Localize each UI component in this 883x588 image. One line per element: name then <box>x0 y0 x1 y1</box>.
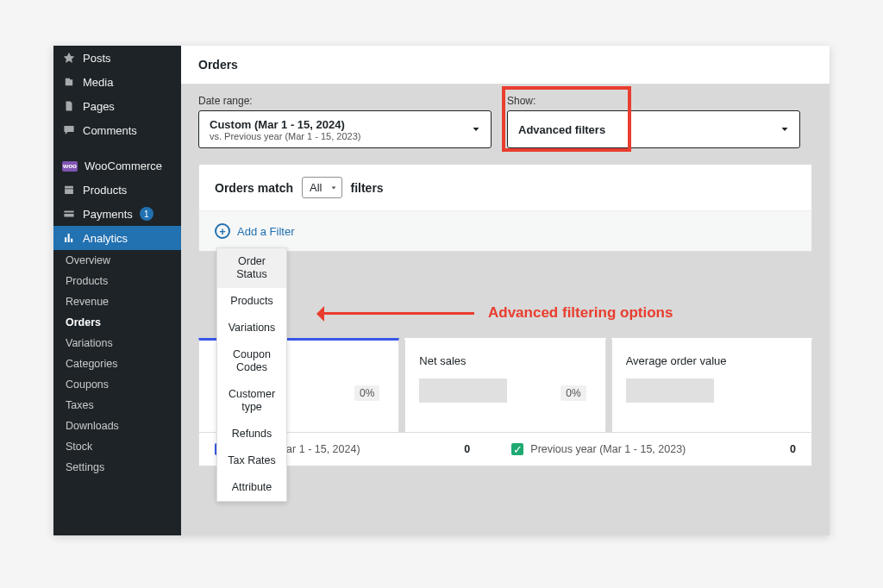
chart-legend: ✓ Custom (Mar 1 - 15, 2024) 0 ✓ Previous… <box>198 433 812 466</box>
match-select[interactable]: All <box>302 177 341 198</box>
sidebar-sub-revenue[interactable]: Revenue <box>53 291 181 312</box>
sidebar-sub-overview[interactable]: Overview <box>53 250 181 271</box>
filter-options-popover: Order Status Products Variations Coupon … <box>216 247 287 502</box>
sidebar-item-label: Analytics <box>83 232 128 245</box>
comment-icon <box>62 123 76 137</box>
sidebar-sub-variations[interactable]: Variations <box>53 333 181 353</box>
show-dropdown[interactable]: Advanced filters <box>507 110 800 148</box>
sidebar-item-media[interactable]: Media <box>53 70 181 94</box>
stat-card[interactable]: Average order value <box>611 338 812 433</box>
sidebar-item-payments[interactable]: Payments 1 <box>53 202 181 226</box>
stat-label: Net sales <box>419 354 591 367</box>
pin-icon <box>62 51 76 65</box>
filter-option-coupon-codes[interactable]: Coupon Codes <box>217 341 286 381</box>
sidebar-item-label: Comments <box>83 124 137 137</box>
filter-option-order-status[interactable]: Order Status <box>217 248 286 288</box>
stat-placeholder <box>419 378 507 403</box>
match-row: Orders match All filters <box>199 165 811 210</box>
filter-option-customer-type[interactable]: Customer type <box>217 381 286 421</box>
legend-value: 0 <box>464 443 470 455</box>
match-suffix: filters <box>351 181 384 195</box>
sidebar-sub-orders[interactable]: Orders <box>53 312 181 333</box>
sidebar-sub-categories[interactable]: Categories <box>53 353 181 374</box>
payments-badge: 1 <box>140 207 153 221</box>
date-range-primary: Custom (Mar 1 - 15, 2024) <box>210 118 461 131</box>
legend-item-previous[interactable]: ✓ Previous year (Mar 1 - 15, 2023) <box>511 443 686 455</box>
add-filter-button[interactable]: + Add a Filter Order Status Products Var… <box>199 210 811 251</box>
stat-pct: 0% <box>560 385 586 401</box>
page-header: Orders <box>181 46 830 84</box>
filter-option-tax-rates[interactable]: Tax Rates <box>217 447 286 474</box>
card-icon <box>62 207 76 221</box>
media-icon <box>62 75 76 89</box>
sidebar-sub-taxes[interactable]: Taxes <box>53 395 181 416</box>
sidebar-item-pages[interactable]: Pages <box>53 94 181 118</box>
date-range-label: Date range: <box>198 95 492 107</box>
sidebar-item-woocommerce[interactable]: woo WooCommerce <box>53 154 181 178</box>
box-icon <box>62 183 76 197</box>
filter-option-attribute[interactable]: Attribute <box>217 474 286 501</box>
date-range-dropdown[interactable]: Custom (Mar 1 - 15, 2024) vs. Previous y… <box>198 110 492 148</box>
stat-label: Average order value <box>626 354 798 367</box>
date-range-secondary: vs. Previous year (Mar 1 - 15, 2023) <box>210 131 461 141</box>
filters-bar: Date range: Custom (Mar 1 - 15, 2024) vs… <box>181 84 830 164</box>
sidebar-sub-stock[interactable]: Stock <box>53 436 181 457</box>
sidebar-item-label: Posts <box>83 52 111 65</box>
stat-card[interactable]: Net sales 0% <box>404 338 605 433</box>
sidebar-item-posts[interactable]: Posts <box>53 46 181 70</box>
page-icon <box>62 99 76 113</box>
sidebar-item-label: Media <box>83 76 113 89</box>
filter-option-variations[interactable]: Variations <box>217 315 286 341</box>
filter-option-refunds[interactable]: Refunds <box>217 421 286 447</box>
sidebar-item-analytics[interactable]: Analytics <box>53 226 181 250</box>
plus-icon: + <box>215 223 230 239</box>
checkbox-checked-icon: ✓ <box>511 443 523 455</box>
sidebar-item-label: WooCommerce <box>85 160 162 172</box>
show-label: Show: <box>507 95 800 107</box>
chevron-down-icon <box>470 123 482 135</box>
stat-pct: 0% <box>354 385 379 401</box>
sidebar-item-comments[interactable]: Comments <box>53 118 181 142</box>
sidebar-sub-settings[interactable]: Settings <box>53 457 181 478</box>
sidebar-item-label: Pages <box>83 100 115 113</box>
page-title: Orders <box>198 58 812 72</box>
filter-option-products[interactable]: Products <box>217 288 286 315</box>
sidebar-item-label: Payments <box>83 208 133 221</box>
admin-sidebar: Posts Media Pages Comments woo WooCommer… <box>53 46 181 535</box>
sidebar-item-label: Products <box>83 184 127 197</box>
sidebar-sub-products[interactable]: Products <box>53 271 181 291</box>
sidebar-item-products[interactable]: Products <box>53 178 181 202</box>
sidebar-sub-downloads[interactable]: Downloads <box>53 416 181 436</box>
legend-label: Previous year (Mar 1 - 15, 2023) <box>530 443 686 455</box>
main-content: Orders Date range: Custom (Mar 1 - 15, 2… <box>181 46 830 535</box>
legend-value: 0 <box>790 443 796 455</box>
sidebar-sub-coupons[interactable]: Coupons <box>53 374 181 395</box>
chart-icon <box>62 231 76 245</box>
show-value: Advanced filters <box>518 123 770 136</box>
chevron-down-icon <box>779 123 791 135</box>
match-prefix: Orders match <box>215 181 293 195</box>
stat-placeholder <box>626 378 714 403</box>
add-filter-label: Add a Filter <box>237 225 294 238</box>
stats-row: 0% Net sales 0% Average order value <box>198 338 812 433</box>
woo-icon: woo <box>62 161 78 172</box>
advanced-filters-card: Orders match All filters + Add a Filter … <box>198 164 812 252</box>
